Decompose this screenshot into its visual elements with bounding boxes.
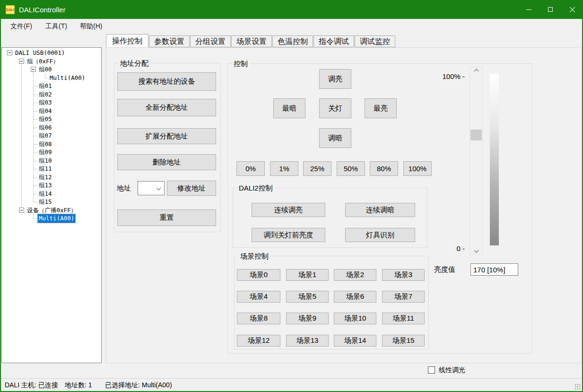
scene-14-button[interactable]: 场景14 (334, 335, 376, 347)
scene-10-button[interactable]: 场景10 (334, 313, 376, 324)
brighten-button[interactable]: 调亮 (319, 69, 351, 89)
collapse-icon[interactable] (19, 59, 24, 64)
menu-bar: 文件(F) 工具(T) 帮助(H) (1, 19, 582, 33)
tree-item-group10[interactable]: 组10 (2, 157, 101, 165)
app-window: DALI DALIController 文件(F) 工具(T) 帮助(H) DA… (0, 0, 583, 392)
scene-1-button[interactable]: 场景1 (286, 269, 329, 281)
tree-item-group05[interactable]: 组05 (2, 115, 101, 123)
group-title: 控制 (232, 60, 250, 69)
maximize-icon (548, 7, 553, 12)
tab-scene-settings[interactable]: 场景设置 (231, 35, 272, 47)
minimize-button[interactable] (518, 0, 539, 19)
tree-item-group08[interactable]: 组08 (2, 140, 101, 148)
percent-25-button[interactable]: 25% (303, 161, 331, 176)
tree-item-multi-a00[interactable]: Multi(A00) (2, 74, 101, 82)
tree-item-group00[interactable]: 组00 (2, 65, 101, 74)
tree-item-group01[interactable]: 组01 (2, 82, 101, 90)
scene-2-button[interactable]: 场景2 (334, 269, 376, 281)
extend-assign-addresses-button[interactable]: 扩展分配地址 (117, 128, 216, 144)
tab-color-temp-control[interactable]: 色温控制 (272, 35, 313, 47)
tree-item-multi-a00-selected[interactable]: Multi(A00) (2, 214, 101, 223)
close-button[interactable] (561, 0, 583, 19)
collapse-icon[interactable] (31, 67, 36, 72)
scene-8-button[interactable]: 场景8 (237, 313, 280, 324)
scene-13-button[interactable]: 场景13 (286, 335, 329, 347)
scroll-down-button[interactable] (470, 246, 482, 254)
address-combobox[interactable] (138, 181, 165, 195)
search-addressed-devices-button[interactable]: 搜索有地址的设备 (117, 72, 216, 91)
footer-row: 线性调光 (1, 363, 582, 378)
scroll-up-button[interactable] (470, 67, 482, 75)
percent-80-button[interactable]: 80% (370, 161, 398, 176)
scene-6-button[interactable]: 场景6 (334, 291, 376, 303)
continuous-brighten-button[interactable]: 连续调亮 (252, 203, 325, 217)
collapse-icon[interactable] (7, 50, 12, 55)
continuous-dim-button[interactable]: 连续调暗 (345, 203, 415, 217)
tab-group-settings[interactable]: 分组设置 (190, 35, 231, 47)
luminaire-identify-button[interactable]: 灯具识别 (345, 228, 415, 242)
close-icon (569, 7, 575, 13)
dimmest-button[interactable]: 最暗 (273, 98, 305, 118)
tree-item-group04[interactable]: 组04 (2, 107, 101, 115)
scene-7-button[interactable]: 场景7 (382, 291, 425, 303)
reset-button[interactable]: 重置 (117, 209, 216, 226)
status-bar: DALI 主机: 已连接 地址数: 1 已选择地址: Multi(A00) (1, 378, 582, 391)
tree-item-group09[interactable]: 组09 (2, 148, 101, 157)
brightest-button[interactable]: 最亮 (365, 98, 397, 118)
tree-item-group-root[interactable]: 组（0xFF） (2, 57, 101, 66)
group-title: DALI2控制 (237, 184, 275, 193)
recall-last-level-button[interactable]: 调到关灯前亮度 (252, 228, 325, 242)
scene-3-button[interactable]: 场景3 (382, 269, 425, 281)
resize-grip[interactable] (574, 383, 581, 390)
tree-item-dali-usb[interactable]: DALI USB(0001) (2, 49, 101, 57)
delete-address-button[interactable]: 删除地址 (117, 154, 216, 170)
tree-item-group13[interactable]: 组13 (2, 181, 101, 190)
light-off-button[interactable]: 关灯 (319, 98, 351, 118)
modify-address-button[interactable]: 修改地址 (167, 181, 216, 196)
tree-item-group06[interactable]: 组06 (2, 123, 101, 132)
brightness-scrollbar[interactable] (470, 67, 483, 255)
tree-item-group07[interactable]: 组07 (2, 131, 101, 140)
percent-0-button[interactable]: 0% (236, 161, 265, 176)
scene-11-button[interactable]: 场景11 (382, 313, 425, 324)
scene-12-button[interactable]: 场景12 (237, 335, 280, 347)
tree-item-group11[interactable]: 组11 (2, 165, 101, 173)
tab-operation-control[interactable]: 操作控制 (106, 34, 148, 47)
tree-item-group02[interactable]: 组02 (2, 90, 101, 99)
percent-1-button[interactable]: 1% (270, 161, 298, 176)
device-tree: DALI USB(0001) 组（0xFF） 组00 Multi(A00) 组0… (1, 47, 102, 363)
menu-file[interactable]: 文件(F) (8, 19, 35, 33)
scene-15-button[interactable]: 场景15 (382, 335, 425, 347)
linear-dimming-checkbox[interactable] (428, 366, 435, 374)
group-title: 地址分配 (118, 59, 150, 68)
scene-4-button[interactable]: 场景4 (237, 291, 280, 303)
tree-item-group14[interactable]: 组14 (2, 190, 101, 198)
assign-new-addresses-button[interactable]: 全新分配地址 (117, 99, 216, 116)
menu-tools[interactable]: 工具(T) (43, 19, 70, 33)
status-selected-address: 已选择地址: Multi(A00) (105, 379, 172, 392)
tab-debug-monitor[interactable]: 调试监控 (355, 35, 395, 47)
tree-item-group12[interactable]: 组12 (2, 173, 101, 182)
percent-100-button[interactable]: 100% (403, 161, 432, 176)
menu-help[interactable]: 帮助(H) (77, 19, 105, 33)
tree-item-group15[interactable]: 组15 (2, 198, 101, 206)
brightness-value-input[interactable] (470, 263, 518, 276)
dim-button[interactable]: 调暗 (319, 128, 351, 148)
scene-5-button[interactable]: 场景5 (286, 291, 329, 303)
title-bar: DALI DALIController (0, 0, 583, 19)
brightness-gradient-bar (490, 74, 499, 245)
tree-item-group03[interactable]: 组03 (2, 98, 101, 107)
tab-parameter-settings[interactable]: 参数设置 (149, 35, 190, 47)
brightness-value-label: 亮度值 (434, 265, 455, 274)
slider-min-label: 0 - (428, 244, 465, 253)
tab-command-debug[interactable]: 指令调试 (313, 35, 354, 47)
collapse-icon[interactable] (19, 208, 24, 213)
scrollbar-thumb[interactable] (470, 130, 482, 140)
percent-50-button[interactable]: 50% (337, 161, 365, 176)
linear-dimming-label[interactable]: 线性调光 (439, 366, 465, 375)
maximize-button[interactable] (539, 0, 561, 19)
tree-item-devices-broadcast[interactable]: 设备（广播0xFF） (2, 206, 101, 215)
scene-9-button[interactable]: 场景9 (286, 313, 329, 324)
scene-0-button[interactable]: 场景0 (237, 269, 280, 281)
status-address-count: 地址数: 1 (65, 379, 92, 392)
